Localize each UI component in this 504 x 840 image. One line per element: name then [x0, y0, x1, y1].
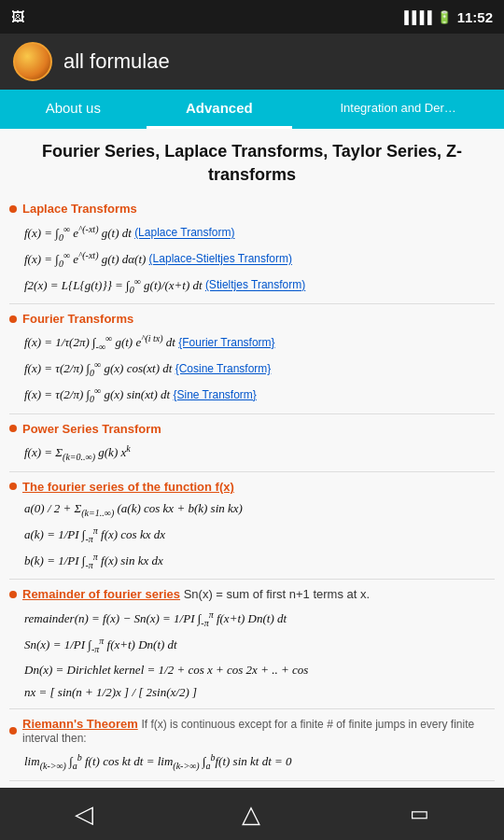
status-right: ▐▐▐▐ 🔋 11:52 — [400, 9, 493, 25]
nav-tabs: About us Advanced Integration and Der… — [0, 90, 504, 129]
formula-rem-1: remainder(n) = f(x) − Sn(x) = 1/PI ∫-ππ … — [24, 607, 495, 629]
formula-fourier-1: f(x) = 1/τ(2π) ∫-∞∞ g(t) e^(i tx) dt {Fo… — [24, 331, 495, 354]
status-bar: 🖼 ▐▐▐▐ 🔋 11:52 — [0, 0, 504, 34]
section-power: Power Series Transform f(x) = Σ(k=0..∞) … — [9, 422, 495, 464]
formula-fs-3: b(k) = 1/PI ∫-ππ f(x) sin kx dx — [24, 549, 495, 571]
time-display: 11:52 — [457, 9, 493, 25]
tab-about[interactable]: About us — [0, 90, 147, 129]
formula-rem-2: Sn(x) = 1/PI ∫-ππ f(x+t) Dn(t) dt — [24, 633, 495, 655]
link-stieltjes[interactable]: (Stieltjes Transform) — [205, 279, 305, 292]
section-heading-laplace[interactable]: Laplace Transforms — [9, 202, 495, 216]
tab-integration[interactable]: Integration and Der… — [292, 90, 504, 129]
bullet-icon-4 — [9, 483, 17, 490]
section-heading-power[interactable]: Power Series Transform — [9, 422, 495, 436]
bullet-icon-6 — [9, 727, 17, 735]
home-button[interactable]: △ — [223, 792, 279, 836]
section-remainder: Remainder of fourier series Sn(x) = sum … — [9, 587, 495, 701]
app-icon — [13, 42, 52, 81]
tab-advanced[interactable]: Advanced — [147, 90, 293, 129]
formula-fourier-3: f(x) = τ(2/π) ∫0∞ g(x) sin(xt) dt {Sine … — [24, 384, 495, 406]
app-title: all formulae — [63, 49, 170, 74]
formula-laplace-3: f2(x) = L{L{g(t)}} = ∫0∞ g(t)/(x+t) dt (… — [24, 273, 495, 296]
section-riemann: Riemann's Theorem If f(x) is continuous … — [9, 717, 495, 773]
bottom-nav: ◁ △ ▭ — [0, 788, 504, 840]
section-fourier: Fourier Transforms f(x) = 1/τ(2π) ∫-∞∞ g… — [9, 312, 495, 406]
formula-fourier-2: f(x) = τ(2/π) ∫0∞ g(x) cos(xt) dt {Cosin… — [24, 357, 495, 380]
bullet-icon-5 — [9, 591, 17, 598]
formula-riemann-1: lim(k->∞) ∫ab f(t) cos kt dt = lim(k->∞)… — [24, 750, 495, 773]
link-laplace-stieltjes[interactable]: (Laplace-Stieltjes Transform) — [149, 253, 292, 266]
page-title: Fourier Series, Laplace Transforms, Tayl… — [9, 140, 495, 187]
section-heading-remainder[interactable]: Remainder of fourier series Sn(x) = sum … — [9, 587, 495, 601]
section-heading-fourier[interactable]: Fourier Transforms — [9, 312, 495, 326]
formula-fs-1: a(0) / 2 + Σ(k=1..∞) (a(k) cos kx + b(k)… — [24, 499, 495, 520]
link-sine-transform[interactable]: {Sine Transform} — [173, 388, 256, 401]
formula-rem-3: Dn(x) = Dirichlet kernel = 1/2 + cos x +… — [24, 661, 495, 679]
app-header: all formulae — [0, 34, 504, 90]
bullet-icon — [9, 205, 17, 213]
bullet-icon-2 — [9, 315, 17, 323]
section-laplace: Laplace Transforms f(x) = ∫0∞ e^(-xt) g(… — [9, 202, 495, 296]
recent-button[interactable]: ▭ — [391, 794, 448, 833]
section-fourier-series: The fourier series of the function f(x) … — [9, 480, 495, 571]
formula-power-1: f(x) = Σ(k=0..∞) g(k) xk — [24, 441, 495, 464]
section-heading-fourier-series[interactable]: The fourier series of the function f(x) — [9, 480, 495, 494]
content-area[interactable]: Fourier Series, Laplace Transforms, Tayl… — [0, 129, 504, 788]
link-laplace-transform[interactable]: (Laplace Transform) — [134, 227, 234, 240]
link-cosine-transform[interactable]: {Cosine Transform} — [175, 362, 272, 375]
formula-laplace-2: f(x) = ∫0∞ e^(-xt) g(t) dα(t) (Laplace-S… — [24, 247, 495, 270]
signal-icon: ▐▐▐▐ — [400, 10, 431, 24]
image-icon: 🖼 — [11, 9, 24, 24]
bullet-icon-3 — [9, 425, 17, 432]
battery-icon: 🔋 — [437, 10, 452, 24]
status-left: 🖼 — [11, 9, 24, 24]
formula-laplace-1: f(x) = ∫0∞ e^(-xt) g(t) dt (Laplace Tran… — [24, 221, 495, 244]
back-button[interactable]: ◁ — [56, 792, 112, 836]
section-heading-riemann[interactable]: Riemann's Theorem If f(x) is continuous … — [9, 717, 495, 745]
formula-fs-2: a(k) = 1/PI ∫-ππ f(x) cos kx dx — [24, 523, 495, 545]
link-fourier-transform[interactable]: {Fourier Transform} — [178, 336, 274, 349]
formula-rem-4: nx = [ sin(n + 1/2)x ] / [ 2sin(x/2) ] — [24, 683, 495, 702]
